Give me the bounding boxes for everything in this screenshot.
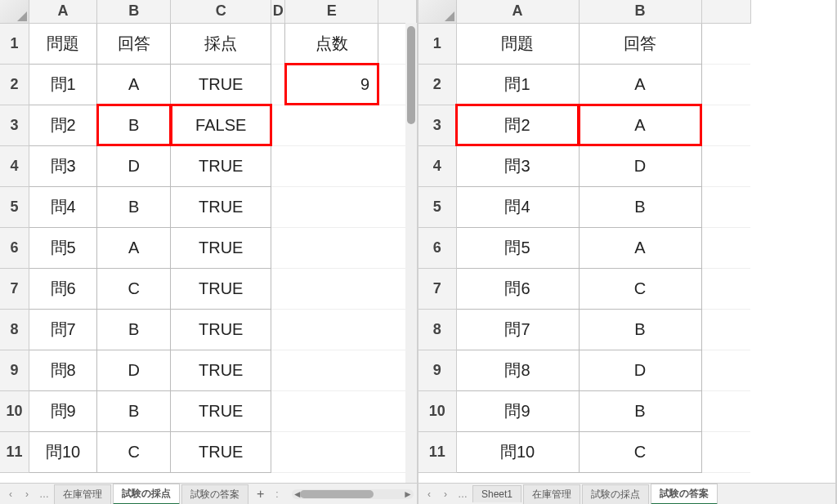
tab-answers[interactable]: 試験の答案 [181, 484, 248, 504]
row-header-9[interactable]: 9 [418, 350, 456, 390]
row-header-6[interactable]: 6 [418, 227, 456, 268]
cell-A9[interactable]: 問8 [29, 350, 97, 390]
cell-B11[interactable]: C [97, 431, 171, 472]
cell-B5[interactable]: B [97, 186, 171, 227]
cell-A5[interactable]: 問4 [29, 186, 97, 227]
cell-A2[interactable]: 問1 [29, 64, 97, 105]
cell-B3[interactable]: B [97, 105, 171, 145]
cell-A1[interactable]: 問題 [456, 23, 579, 64]
cell-A2[interactable]: 問1 [456, 64, 579, 105]
cell-C1[interactable]: 採点 [171, 23, 271, 64]
left-grid[interactable]: A B C D E 1 問題 回答 採点 点数 2 問1 A TRUE [0, 0, 417, 483]
cell-B10[interactable]: B [579, 390, 701, 431]
cell-B7[interactable]: C [97, 268, 171, 309]
cell-A7[interactable]: 問6 [456, 268, 579, 309]
tab-next-icon[interactable]: › [438, 487, 453, 502]
cell-A8[interactable]: 問7 [29, 309, 97, 350]
vertical-scroll-thumb[interactable] [407, 26, 415, 124]
cell-C10[interactable]: TRUE [171, 390, 271, 431]
tab-overflow-icon[interactable]: … [36, 488, 52, 500]
cell-C11[interactable]: TRUE [171, 431, 271, 472]
tab-next-icon[interactable]: › [20, 487, 34, 502]
cell-C6[interactable]: TRUE [171, 227, 271, 268]
row-header-5[interactable]: 5 [418, 186, 456, 227]
cell-A7[interactable]: 問6 [29, 268, 97, 309]
tab-sheet1[interactable]: Sheet1 [472, 485, 521, 502]
col-header-A[interactable]: A [456, 0, 579, 23]
col-header-B[interactable]: B [97, 0, 171, 23]
cell-B4[interactable]: D [579, 145, 701, 186]
cell-B2[interactable]: A [97, 64, 171, 105]
cell-C4[interactable]: TRUE [171, 145, 271, 186]
tab-overflow-icon[interactable]: … [454, 488, 471, 500]
tab-grading[interactable]: 試験の採点 [582, 484, 649, 504]
cell-E1[interactable]: 点数 [285, 23, 378, 64]
col-header-blank[interactable] [701, 0, 750, 23]
cell-A4[interactable]: 問3 [29, 145, 97, 186]
cell-A5[interactable]: 問4 [456, 186, 579, 227]
row-header-3[interactable]: 3 [418, 105, 456, 145]
row-header-9[interactable]: 9 [0, 350, 29, 390]
horizontal-scroll-thumb[interactable] [300, 490, 374, 498]
col-header-blank[interactable] [378, 0, 417, 23]
cell-C3[interactable]: FALSE [171, 105, 271, 145]
cell-B6[interactable]: A [579, 227, 701, 268]
col-header-C[interactable]: C [171, 0, 271, 23]
tab-inventory[interactable]: 在庫管理 [523, 484, 580, 504]
tab-inventory[interactable]: 在庫管理 [54, 484, 111, 504]
col-header-B[interactable]: B [579, 0, 701, 23]
cell-A4[interactable]: 問3 [456, 145, 579, 186]
cell-A3[interactable]: 問2 [29, 105, 97, 145]
row-header-7[interactable]: 7 [418, 268, 456, 309]
row-header-5[interactable]: 5 [0, 186, 29, 227]
row-header-11[interactable]: 11 [418, 431, 456, 472]
add-sheet-icon[interactable]: + [250, 487, 271, 502]
cell-A6[interactable]: 問5 [456, 227, 579, 268]
cell-A9[interactable]: 問8 [456, 350, 579, 390]
cell-B1[interactable]: 回答 [579, 23, 701, 64]
tab-menu-icon[interactable]: : [272, 488, 281, 500]
cell-E3[interactable] [285, 105, 378, 145]
tab-prev-icon[interactable]: ‹ [3, 487, 18, 502]
col-header-A[interactable]: A [29, 0, 97, 23]
cell-B6[interactable]: A [97, 227, 171, 268]
row-header-3[interactable]: 3 [0, 105, 29, 145]
cell-C5[interactable]: TRUE [171, 186, 271, 227]
cell-B9[interactable]: D [579, 350, 701, 390]
right-grid[interactable]: A B 1 問題 回答 2 問1 A 3 問2 A 4 [418, 0, 835, 483]
row-header-11[interactable]: 11 [0, 431, 29, 472]
cell-B7[interactable]: C [579, 268, 701, 309]
cell-E2-score[interactable]: 9 [285, 64, 378, 105]
cell-B9[interactable]: D [97, 350, 171, 390]
cell-A1[interactable]: 問題 [29, 23, 97, 64]
cell-D1[interactable] [271, 23, 285, 64]
cell-B11[interactable]: C [579, 431, 701, 472]
cell-B8[interactable]: B [579, 309, 701, 350]
row-header-10[interactable]: 10 [418, 390, 456, 431]
tab-answers[interactable]: 試験の答案 [651, 484, 718, 505]
cell-B2[interactable]: A [579, 64, 701, 105]
row-header-8[interactable]: 8 [418, 309, 456, 350]
cell-B10[interactable]: B [97, 390, 171, 431]
cell-A6[interactable]: 問5 [29, 227, 97, 268]
cell-A11[interactable]: 問10 [456, 431, 579, 472]
cell-A10[interactable]: 問9 [456, 390, 579, 431]
row-header-6[interactable]: 6 [0, 227, 29, 268]
cell-D3[interactable] [271, 105, 285, 145]
cell-D2[interactable] [271, 64, 285, 105]
vertical-scrollbar[interactable] [405, 23, 417, 483]
col-header-D[interactable]: D [271, 0, 285, 23]
cell-B1[interactable]: 回答 [97, 23, 171, 64]
cell-A8[interactable]: 問7 [456, 309, 579, 350]
cell-B4[interactable]: D [97, 145, 171, 186]
cell-A11[interactable]: 問10 [29, 431, 97, 472]
col-header-E[interactable]: E [285, 0, 378, 23]
cell-B5[interactable]: B [579, 186, 701, 227]
row-header-1[interactable]: 1 [0, 23, 29, 64]
tab-grading[interactable]: 試験の採点 [113, 484, 180, 505]
cell-B8[interactable]: B [97, 309, 171, 350]
cell-A10[interactable]: 問9 [29, 390, 97, 431]
row-header-7[interactable]: 7 [0, 268, 29, 309]
cell-A3[interactable]: 問2 [456, 105, 579, 145]
row-header-4[interactable]: 4 [418, 145, 456, 186]
